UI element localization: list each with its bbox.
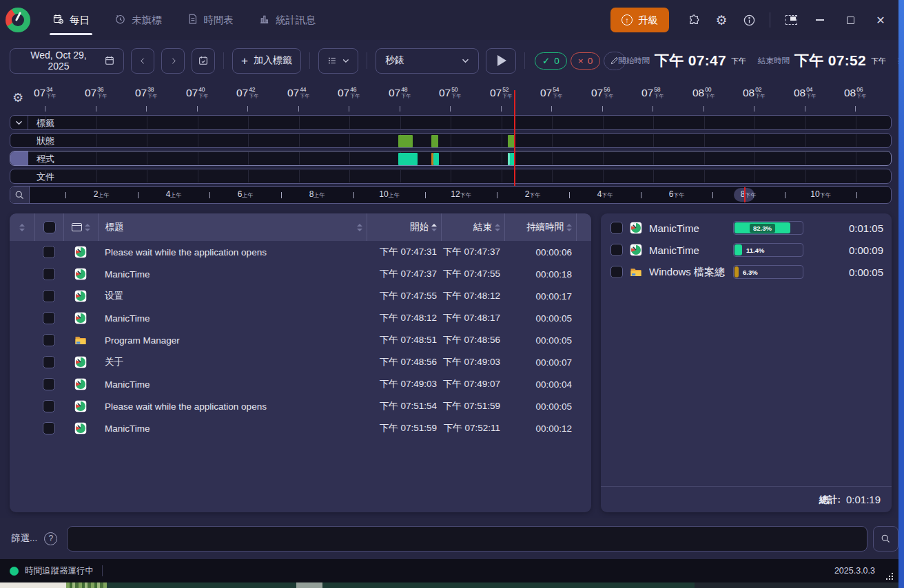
- screenshot-icon[interactable]: [779, 8, 803, 32]
- toolbar-divider: [524, 52, 525, 69]
- row-expander-chevron-icon[interactable]: [10, 116, 28, 129]
- tab-1[interactable]: 未旗標: [105, 0, 172, 40]
- view-options-button[interactable]: [318, 48, 358, 74]
- status-bar: 時間追蹤器運行中 2025.3.0.3: [0, 559, 898, 582]
- activity-block[interactable]: [398, 153, 418, 165]
- toolbar-divider: [223, 52, 224, 69]
- date-value: Wed, Oct 29, 2025: [19, 50, 99, 72]
- upgrade-button[interactable]: ↑ 升級: [610, 8, 669, 32]
- header-start-column[interactable]: 開始: [367, 213, 441, 241]
- stopwatch-select[interactable]: 秒錶: [376, 48, 479, 74]
- scrubber-hour-label: 4下午: [597, 190, 613, 198]
- summary-checkbox[interactable]: [610, 222, 623, 234]
- header-app-column[interactable]: [63, 213, 98, 241]
- reject-count-badge[interactable]: × 0: [571, 52, 600, 70]
- today-button[interactable]: [192, 48, 215, 74]
- table-row[interactable]: ManicTime下午 07:51:59下午 07:52:1100:00:12: [10, 417, 591, 439]
- table-row[interactable]: ManicTime下午 07:49:03下午 07:49:0700:00:04: [10, 373, 591, 395]
- row-checkbox[interactable]: [43, 422, 55, 434]
- activity-duration: 00:00:05: [504, 401, 576, 412]
- scrubber-hour-label: 2下午: [525, 190, 541, 198]
- table-row[interactable]: Please wait while the application opens下…: [10, 241, 591, 263]
- row-checkbox[interactable]: [43, 356, 55, 368]
- summary-app-name: ManicTime: [649, 222, 726, 234]
- activity-end: 下午 07:48:17: [441, 312, 504, 324]
- help-icon[interactable]: ?: [44, 532, 57, 545]
- toolbar-divider: [309, 52, 310, 69]
- usage-bar: 82.3%: [733, 221, 803, 235]
- header-checkbox[interactable]: [34, 213, 63, 241]
- next-day-button[interactable]: [161, 48, 185, 74]
- maximize-button[interactable]: [836, 8, 864, 32]
- summary-row[interactable]: ManicTime82.3%0:01:05: [601, 217, 892, 239]
- date-picker-button[interactable]: Wed, Oct 29, 2025: [10, 48, 124, 74]
- summary-row[interactable]: ManicTime11.4%0:00:09: [601, 239, 892, 261]
- summary-checkbox[interactable]: [610, 266, 623, 278]
- activity-block[interactable]: [431, 135, 438, 147]
- tab-3[interactable]: 統計訊息: [249, 0, 325, 40]
- previous-day-button[interactable]: [131, 48, 154, 74]
- toolbar-divider: [367, 52, 367, 69]
- table-row[interactable]: 关于下午 07:48:56下午 07:49:0300:00:07: [10, 351, 591, 373]
- header-select-column[interactable]: [10, 213, 34, 241]
- row-checkbox[interactable]: [43, 334, 55, 346]
- summary-app-name: Windows 檔案總: [649, 266, 726, 279]
- header-duration-column[interactable]: 持續時間: [504, 213, 576, 241]
- statusbar-divider: [102, 565, 103, 576]
- table-row[interactable]: ManicTime下午 07:48:12下午 07:48:1700:00:05: [10, 307, 591, 329]
- activity-block[interactable]: [398, 135, 413, 147]
- day-scrubber[interactable]: 2上午4上午6上午8上午10上午12下午2下午4下午6下午8下午10下午: [10, 186, 892, 204]
- percent-label: 11.4%: [746, 246, 764, 254]
- add-tag-button[interactable]: + 加入標籤: [232, 48, 301, 74]
- activity-end: 下午 07:51:59: [441, 400, 504, 412]
- summary-row[interactable]: Windows 檔案總6.3%0:00:05: [601, 261, 892, 283]
- filter-search-button[interactable]: [873, 526, 898, 552]
- row-cap: [10, 151, 28, 165]
- version-text: 2025.3.0.3: [834, 566, 875, 576]
- timeline-row-2[interactable]: 程式: [10, 151, 892, 166]
- activity-start: 下午 07:48:51: [367, 334, 441, 346]
- activity-duration: 00:00:05: [504, 335, 576, 346]
- confirm-count-badge[interactable]: ✓ 0: [535, 52, 567, 70]
- plugins-puzzle-icon[interactable]: [681, 8, 706, 32]
- close-button[interactable]: ✕: [867, 8, 894, 32]
- resize-grip[interactable]: [892, 578, 893, 580]
- table-row[interactable]: Please wait while the application opens下…: [10, 395, 591, 417]
- start-stopwatch-button[interactable]: [486, 48, 516, 74]
- table-row[interactable]: 设置下午 07:47:55下午 07:48:1200:00:17: [10, 285, 591, 307]
- info-icon[interactable]: [737, 8, 761, 32]
- header-title-column[interactable]: 標題: [98, 213, 367, 241]
- ruler-time-label: 0748下午: [389, 87, 411, 99]
- manictime-app-icon: [74, 290, 87, 302]
- tab-2[interactable]: 時間表: [177, 0, 244, 40]
- zoom-search-icon[interactable]: [10, 187, 30, 203]
- row-checkbox[interactable]: [43, 268, 55, 280]
- tracker-status-text: 時間追蹤器運行中: [25, 565, 94, 577]
- table-row[interactable]: ManicTime下午 07:47:37下午 07:47:5500:00:18: [10, 263, 591, 285]
- scrubber-hour-label: 8下午: [741, 190, 757, 198]
- timeline-row-0[interactable]: 標籤: [10, 115, 892, 130]
- row-cap: [10, 134, 28, 147]
- activity-block[interactable]: [433, 153, 439, 165]
- start-time-label: 開始時間: [618, 56, 650, 66]
- calendar-icon: [104, 55, 115, 66]
- header-end-column[interactable]: 結束: [441, 213, 504, 241]
- start-time-value: 下午 07:47: [655, 51, 726, 70]
- row-checkbox[interactable]: [43, 290, 55, 302]
- timeline-row-3[interactable]: 文件: [10, 169, 892, 184]
- row-checkbox[interactable]: [43, 400, 55, 412]
- timeline-row-label: 程式: [37, 153, 54, 165]
- table-row[interactable]: Program Manager下午 07:48:51下午 07:48:5600:…: [10, 329, 591, 351]
- row-checkbox[interactable]: [43, 312, 55, 324]
- timeline-row-1[interactable]: 狀態: [10, 133, 892, 148]
- summary-checkbox[interactable]: [610, 244, 623, 256]
- minimize-button[interactable]: [806, 8, 834, 32]
- tab-0[interactable]: 每日: [43, 0, 99, 40]
- settings-gear-icon[interactable]: ⚙: [709, 8, 734, 32]
- row-checkbox[interactable]: [43, 378, 55, 390]
- ruler-time-label: 0758下午: [641, 87, 664, 99]
- upgrade-arrow-icon: ↑: [622, 14, 633, 25]
- filter-input[interactable]: [67, 526, 867, 552]
- row-checkbox[interactable]: [43, 246, 55, 258]
- filter-label: 篩選...: [11, 532, 37, 545]
